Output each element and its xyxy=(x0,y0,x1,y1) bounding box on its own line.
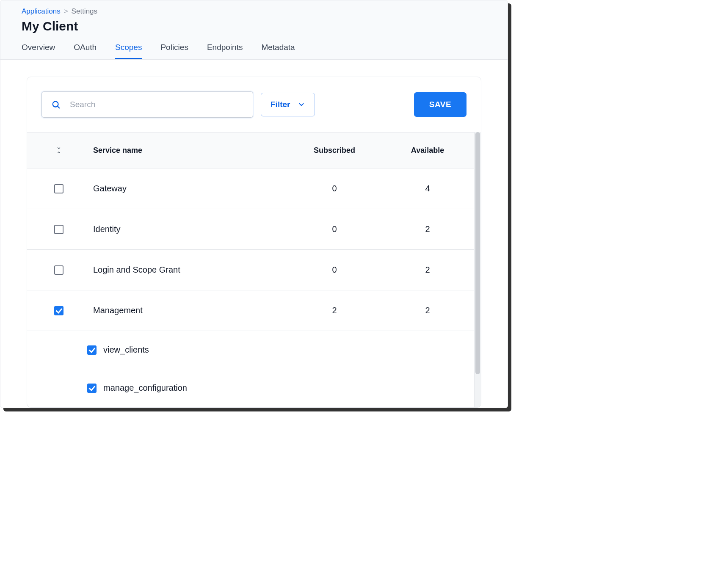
service-subscribed: 2 xyxy=(288,306,381,315)
content-area: Filter SAVE Service nam xyxy=(0,60,508,408)
service-subscribed: 0 xyxy=(288,184,381,193)
service-checkbox[interactable] xyxy=(54,306,63,315)
scopes-table: Service name Subscribed Available Gatewa… xyxy=(27,132,481,407)
service-checkbox[interactable] xyxy=(54,225,63,234)
service-row[interactable]: Gateway 0 4 xyxy=(27,168,474,209)
save-button[interactable]: SAVE xyxy=(414,92,467,117)
settings-window: Applications > Settings My Client Overvi… xyxy=(0,0,508,408)
search-input[interactable] xyxy=(70,100,243,109)
chevron-up-icon xyxy=(55,150,62,155)
scopes-card: Filter SAVE Service nam xyxy=(27,77,481,408)
service-available: 2 xyxy=(381,224,474,234)
service-available: 2 xyxy=(381,265,474,275)
scope-checkbox[interactable] xyxy=(87,384,97,393)
page-title: My Client xyxy=(22,19,486,33)
tab-endpoints[interactable]: Endpoints xyxy=(207,43,243,59)
service-name: Login and Scope Grant xyxy=(91,265,288,275)
breadcrumb: Applications > Settings xyxy=(22,7,486,16)
scrollbar-thumb[interactable] xyxy=(475,132,480,374)
service-row[interactable]: Identity 0 2 xyxy=(27,209,474,250)
table-header-row: Service name Subscribed Available xyxy=(27,132,474,168)
svg-line-1 xyxy=(58,106,59,108)
search-icon xyxy=(51,100,61,109)
search-field-wrap[interactable] xyxy=(41,91,253,118)
service-name: Identity xyxy=(91,224,288,234)
filter-button-label: Filter xyxy=(271,100,290,109)
service-subscribed: 0 xyxy=(288,224,381,234)
scope-row[interactable]: manage_configuration xyxy=(27,369,474,407)
tab-overview[interactable]: Overview xyxy=(22,43,55,59)
tab-policies[interactable]: Policies xyxy=(160,43,188,59)
filter-button[interactable]: Filter xyxy=(261,93,315,116)
tab-oauth[interactable]: OAuth xyxy=(74,43,97,59)
scope-row[interactable]: view_clients xyxy=(27,331,474,369)
tab-scopes[interactable]: Scopes xyxy=(115,43,142,59)
service-subscribed: 0 xyxy=(288,265,381,275)
breadcrumb-separator: > xyxy=(64,7,68,16)
service-name: Management xyxy=(91,306,288,315)
breadcrumb-current: Settings xyxy=(72,7,97,16)
chevron-down-icon xyxy=(55,146,62,150)
page-header: Applications > Settings My Client Overvi… xyxy=(0,0,508,60)
service-row[interactable]: Management 2 2 xyxy=(27,290,474,331)
column-header-available[interactable]: Available xyxy=(381,146,474,155)
tab-metadata[interactable]: Metadata xyxy=(261,43,295,59)
service-row[interactable]: Login and Scope Grant 0 2 xyxy=(27,250,474,290)
tab-bar: Overview OAuth Scopes Policies Endpoints… xyxy=(22,43,486,59)
service-checkbox[interactable] xyxy=(54,265,63,275)
column-header-subscribed[interactable]: Subscribed xyxy=(288,146,381,155)
service-checkbox[interactable] xyxy=(54,184,63,193)
vertical-scrollbar[interactable] xyxy=(474,132,481,407)
scope-name: view_clients xyxy=(103,345,149,355)
scope-name: manage_configuration xyxy=(103,383,187,393)
service-name: Gateway xyxy=(91,184,288,193)
service-available: 4 xyxy=(381,184,474,193)
chevron-down-icon xyxy=(298,101,305,108)
expand-collapse-all-toggle[interactable] xyxy=(55,146,62,155)
breadcrumb-root-link[interactable]: Applications xyxy=(22,7,61,16)
service-available: 2 xyxy=(381,306,474,315)
scope-checkbox[interactable] xyxy=(87,345,97,355)
toolbar: Filter SAVE xyxy=(27,77,481,132)
column-header-service-name[interactable]: Service name xyxy=(91,146,288,155)
